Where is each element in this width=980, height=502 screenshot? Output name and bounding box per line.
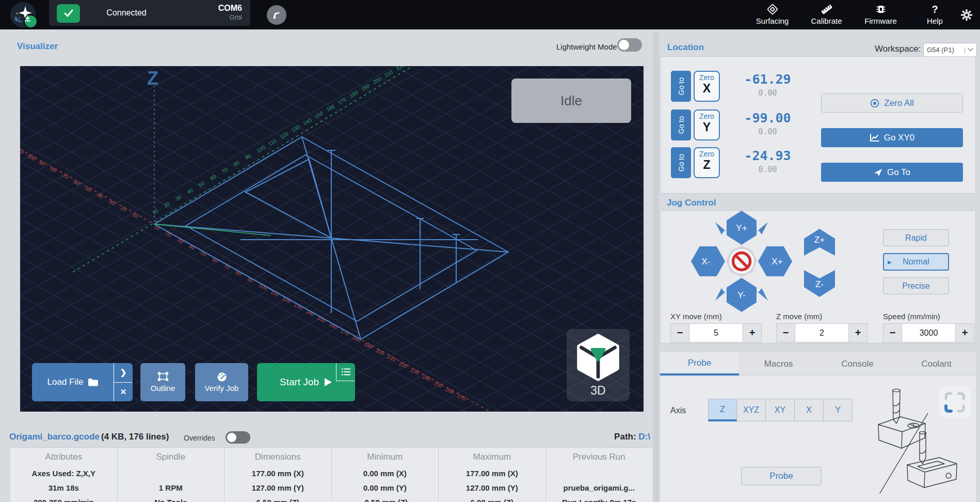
gauge-icon: [216, 372, 228, 382]
go-xy0-button[interactable]: Go XY0: [821, 128, 963, 147]
zero-y-button[interactable]: Zero Y: [694, 109, 720, 140]
y-machine-position: 0.00: [725, 127, 810, 136]
z-move-stepper: Z move (mm) − +: [776, 312, 867, 342]
workspace-label: Workspace:: [875, 44, 921, 54]
job-checklist-button[interactable]: [336, 363, 355, 381]
load-file-label: Load File: [47, 377, 84, 387]
disconnect-button[interactable]: [267, 5, 286, 25]
view-3d-label: 3D: [590, 384, 605, 398]
z-axis-label: Z: [147, 68, 158, 89]
probe-button[interactable]: Probe: [741, 467, 822, 485]
connection-port: COM6: [218, 4, 242, 13]
speed-input[interactable]: [902, 324, 956, 342]
go-to-button[interactable]: Go To: [821, 163, 963, 182]
stats-col-spindle: Spindle 1 RPM No Tools: [118, 448, 225, 502]
svg-text:Y-: Y-: [737, 290, 745, 300]
svg-text:X+: X+: [772, 257, 782, 266]
recent-files-chevron-button[interactable]: ❯: [114, 363, 133, 382]
jog-mode-precise[interactable]: Precise: [883, 277, 949, 294]
probe-axis-label: Axis: [670, 406, 686, 415]
tab-macros[interactable]: Macros: [739, 352, 818, 375]
z-move-increment-button[interactable]: +: [849, 324, 867, 342]
svg-text:Z+: Z+: [814, 235, 825, 245]
y-coordinates: -99.00 0.00: [725, 111, 810, 136]
download-icon: [25, 15, 30, 22]
speed-increment-button[interactable]: +: [956, 324, 974, 342]
view-3d-button[interactable]: 3D: [567, 329, 630, 401]
goto-z-button[interactable]: Go to: [671, 147, 691, 178]
zero-all-button[interactable]: Zero All: [821, 93, 963, 113]
tab-probe[interactable]: Probe: [660, 352, 739, 375]
visualizer-canvas[interactable]: -110-100-90-80-70-60-50-40-30-20-1010203…: [20, 66, 644, 412]
paper-plane-icon: [874, 168, 882, 177]
outline-label: Outline: [151, 384, 175, 393]
update-download-badge[interactable]: [24, 14, 38, 28]
start-job-button[interactable]: Start Job: [257, 363, 355, 401]
verify-job-button[interactable]: Verify Job: [195, 363, 248, 401]
target-icon: [870, 99, 879, 108]
workspace-select[interactable]: G54 (P1) |: [923, 43, 977, 57]
probe-axis-selector: Z XYZ XY X Y: [708, 399, 853, 421]
selected-mode-marker: ▶: [888, 259, 892, 265]
jog-pad: Y+ Y- X- X+: [676, 211, 810, 314]
corner-brackets-icon: [939, 386, 971, 418]
z-move-input[interactable]: [795, 324, 849, 342]
xy-move-increment-button[interactable]: +: [743, 324, 761, 342]
xy-move-input[interactable]: [689, 324, 743, 342]
jog-mode-rapid[interactable]: Rapid: [883, 229, 949, 246]
chip-icon: [854, 3, 908, 16]
z-move-decrement-button[interactable]: −: [777, 324, 795, 342]
probe-axis-xy[interactable]: XY: [766, 399, 795, 421]
nav-calibrate[interactable]: Calibrate: [799, 3, 854, 25]
folder-open-icon: [88, 378, 99, 387]
probe-panel: Axis Z XYZ XY X Y Probe: [660, 376, 976, 502]
jog-stop-button[interactable]: [726, 246, 757, 277]
stats-col-minimum: Minimum 0.00 mm (X) 0.00 mm (Y) -0.50 mm…: [332, 448, 439, 502]
path-value[interactable]: D:\: [638, 432, 650, 442]
probe-axis-z[interactable]: Z: [708, 399, 737, 421]
nav-surfacing[interactable]: Surfacing: [745, 3, 799, 25]
goto-y-button[interactable]: Go to: [671, 109, 691, 140]
tab-coolant[interactable]: Coolant: [897, 352, 976, 375]
top-nav: Surfacing Calibrate Firmware ? Help: [745, 3, 962, 25]
probe-axis-y[interactable]: Y: [824, 399, 853, 421]
chevron-down-icon: [968, 48, 973, 52]
xy-move-stepper: XY move (mm) − +: [670, 312, 762, 342]
outline-button[interactable]: Outline: [140, 363, 185, 401]
goto-x-button[interactable]: Go to: [671, 71, 691, 102]
app-logo[interactable]: [10, 2, 36, 27]
list-icon: [341, 367, 351, 376]
chart-line-icon: [870, 134, 879, 142]
gear-icon: [960, 8, 973, 22]
close-file-button[interactable]: ✕: [114, 382, 133, 402]
panel-scrollbar[interactable]: [653, 31, 659, 502]
nav-help[interactable]: ? Help: [908, 3, 962, 25]
tab-console[interactable]: Console: [818, 352, 897, 375]
load-file-button[interactable]: Load File ❯ ✕: [32, 363, 133, 401]
settings-button[interactable]: [959, 7, 974, 23]
xy-move-decrement-button[interactable]: −: [671, 324, 689, 342]
gcode-file-meta: (4 KB, 176 lines): [101, 432, 169, 442]
jog-control-panel: Y+ Y- X- X+ Z+ Z- Rapid ▶ Normal Precise…: [660, 210, 976, 343]
lightweight-mode-toggle[interactable]: [617, 38, 642, 52]
nav-firmware[interactable]: Firmware: [854, 3, 908, 25]
machine-state-badge: Idle: [511, 79, 631, 123]
svg-text:X-: X-: [702, 257, 711, 266]
jog-z-pad: Z+ Z-: [804, 229, 835, 297]
tool-tabs: Probe Macros Console Coolant: [660, 352, 976, 376]
probe-axis-x[interactable]: X: [795, 399, 824, 421]
jog-mode-normal[interactable]: ▶ Normal: [883, 253, 949, 271]
outline-icon: [157, 372, 169, 381]
zero-z-button[interactable]: Zero Z: [694, 147, 720, 178]
z-coordinates: -24.93 0.00: [725, 148, 810, 174]
connection-widget[interactable]: Connected COM6 Grbl: [49, 0, 250, 26]
overrides-toggle[interactable]: [226, 431, 250, 444]
probe-axis-xyz[interactable]: XYZ: [737, 399, 766, 421]
z-work-position: -24.93: [725, 148, 810, 163]
gcode-file-name[interactable]: Origami_barco.gcode: [9, 432, 100, 442]
speed-decrement-button[interactable]: −: [883, 324, 902, 342]
zero-x-button[interactable]: Zero X: [694, 71, 720, 102]
connection-status: Connected: [49, 0, 204, 26]
overrides-label: Overrides: [184, 434, 215, 442]
z-machine-position: 0.00: [725, 165, 810, 174]
